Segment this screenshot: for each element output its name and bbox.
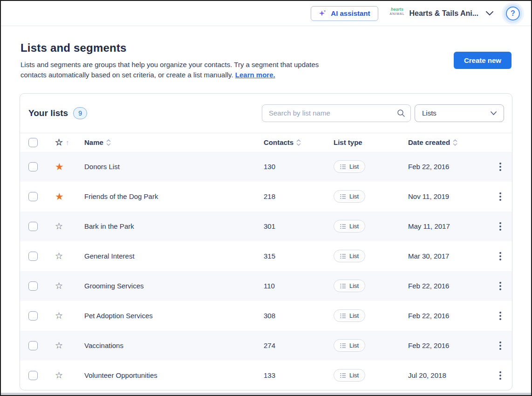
sort-icon [106,139,111,146]
name-header-label: Name [84,138,103,146]
list-name[interactable]: General Interest [76,252,264,260]
list-name[interactable]: Donors List [76,163,264,171]
contacts-header-label: Contacts [264,138,293,146]
table-body: ★ Donors List 130 List Feb 22, 2016 ★ Fr… [20,152,512,390]
list-name[interactable]: Friends of the Dog Park [76,192,264,200]
list-icon [340,343,346,348]
kebab-menu-icon[interactable] [496,280,505,293]
date-created: Jul 20, 2018 [408,371,488,379]
list-name[interactable]: Grooming Services [76,282,264,290]
list-icon [340,283,346,289]
row-checkbox[interactable] [28,162,38,171]
row-checkbox[interactable] [28,341,38,350]
ai-assistant-button[interactable]: AI assistant [311,6,378,21]
question-mark-glyph: ? [511,9,515,18]
select-all-checkbox[interactable] [28,138,38,147]
account-switcher[interactable]: hearts ANIMAL Hearts & Tails Ani... [389,7,494,20]
list-type-label: List [349,223,359,230]
kebab-menu-icon[interactable] [496,190,505,203]
list-name[interactable]: Vaccinations [76,341,264,349]
list-type-label: List [349,253,359,259]
favorite-star-icon[interactable]: ☆ [55,222,63,231]
row-checkbox[interactable] [28,281,38,291]
list-icon [340,194,346,199]
column-header-name[interactable]: Name [84,138,111,146]
favorite-star-icon[interactable]: ★ [55,191,64,201]
horizontal-scrollbar[interactable] [1,393,531,395]
page-header: Lists and segments Lists and segments ar… [1,26,531,80]
kebab-menu-icon[interactable] [496,250,505,263]
date-created: Feb 22, 2016 [408,341,488,349]
search-icon [397,109,405,119]
learn-more-link[interactable]: Learn more. [235,71,275,79]
contacts-count: 274 [264,341,334,349]
list-type-label: List [349,342,359,349]
contacts-count: 218 [264,192,334,200]
row-checkbox[interactable] [28,371,38,380]
row-checkbox[interactable] [28,311,38,321]
favorite-column-star-icon[interactable]: ☆ [55,138,63,147]
panel-header: Your lists 9 Lists [20,94,512,133]
list-type-badge: List [334,339,365,352]
contacts-count: 315 [264,252,334,260]
list-icon [340,373,346,378]
search-input[interactable] [262,104,411,122]
contacts-count: 130 [264,163,334,171]
chevron-down-icon [490,111,497,116]
list-type-badge: List [334,220,365,232]
date-created: Feb 22, 2016 [408,163,488,171]
create-new-button[interactable]: Create new [454,52,512,69]
list-name[interactable]: Volunteer Opportunities [76,371,264,379]
list-icon [340,164,346,170]
contacts-count: 133 [264,371,334,379]
account-name: Hearts & Tails Ani... [409,9,478,18]
table-row: ☆ Pet Adoption Services 308 List Feb 22,… [20,301,512,331]
list-name[interactable]: Bark in the Park [76,222,264,230]
column-header-list-type: List type [334,138,362,146]
favorite-star-icon[interactable]: ☆ [55,252,63,260]
kebab-menu-icon[interactable] [496,309,505,322]
list-icon [340,224,346,229]
date-created: Mar 30, 2017 [408,252,488,260]
panel-title: Your lists [28,108,68,118]
account-logo: hearts ANIMAL [389,7,405,20]
sort-icon [453,139,457,146]
column-header-contacts[interactable]: Contacts [264,138,301,146]
list-type-label: List [349,163,359,170]
kebab-menu-icon[interactable] [496,339,505,352]
row-checkbox[interactable] [28,222,38,231]
favorite-star-icon[interactable]: ☆ [55,281,63,290]
table-row: ☆ Vaccinations 274 List Feb 22, 2016 [20,331,512,361]
sort-ascending-arrow-icon: ↑ [66,138,69,146]
kebab-menu-icon[interactable] [496,160,505,173]
list-icon [340,313,346,319]
logo-script-text: hearts [389,7,405,12]
search-field-wrap [262,104,411,122]
list-name[interactable]: Pet Adoption Services [76,312,264,320]
favorite-star-icon[interactable]: ☆ [55,341,63,350]
top-bar: AI assistant hearts ANIMAL Hearts & Tail… [1,1,531,26]
table-row: ★ Donors List 130 List Feb 22, 2016 [20,152,512,182]
sort-icon [296,139,301,146]
list-type-filter-dropdown[interactable]: Lists [415,104,504,122]
column-header-date-created[interactable]: Date created [408,138,457,146]
list-type-label: List [349,282,359,289]
favorite-star-icon[interactable]: ★ [55,162,64,171]
list-type-badge: List [334,309,365,322]
list-type-label: List [349,372,359,379]
your-lists-panel: Your lists 9 Lists ☆ ↑ N [20,93,512,390]
list-count-badge: 9 [73,107,87,119]
list-type-badge: List [334,160,365,173]
date-created: May 11, 2017 [408,222,488,230]
table-row: ☆ Bark in the Park 301 List May 11, 2017 [20,212,512,241]
sparkle-icon [319,9,327,17]
kebab-menu-icon[interactable] [496,369,505,382]
kebab-menu-icon[interactable] [496,220,505,233]
favorite-star-icon[interactable]: ☆ [55,371,63,380]
help-icon[interactable]: ? [506,7,520,20]
favorite-star-icon[interactable]: ☆ [55,311,63,320]
lists-and-segments-page: { "topbar": { "ai_assistant_label": "AI … [0,0,532,396]
contacts-count: 110 [264,282,334,290]
row-checkbox[interactable] [28,192,38,201]
row-checkbox[interactable] [28,252,38,261]
